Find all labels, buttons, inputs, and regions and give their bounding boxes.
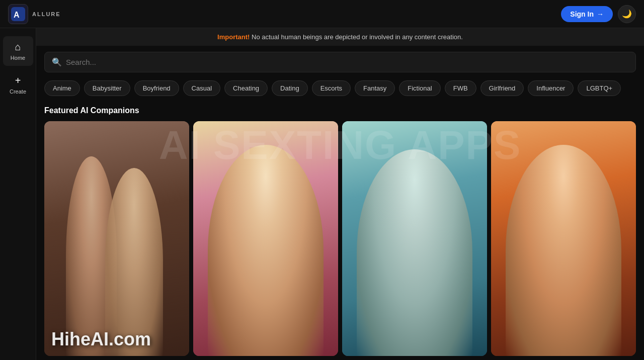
search-bar: 🔍 <box>44 52 636 72</box>
featured-title: Featured AI Companions <box>44 106 636 115</box>
tag-boyfriend[interactable]: Boyfriend <box>134 80 179 96</box>
top-navigation: A ALLURE Sign In → 🌙 <box>0 0 644 28</box>
plus-icon: + <box>15 75 21 86</box>
signin-arrow-icon: → <box>597 10 604 18</box>
tag-dating[interactable]: Dating <box>272 80 308 96</box>
sidebar-item-home[interactable]: ⌂ Home <box>3 36 33 66</box>
tag-fantasy[interactable]: Fantasy <box>355 80 395 96</box>
svg-text:A: A <box>14 11 20 19</box>
cards-grid <box>44 121 636 356</box>
nav-right: Sign In → 🌙 <box>561 5 636 23</box>
tag-anime[interactable]: Anime <box>44 80 80 96</box>
tags-row: Anime Babysitter Boyfriend Casual Cheati… <box>36 76 644 102</box>
tag-cheating[interactable]: Cheating <box>224 80 268 96</box>
tag-girlfriend[interactable]: Girlfriend <box>480 80 524 96</box>
logo-container: A ALLURE <box>8 4 61 24</box>
tag-fictional[interactable]: Fictional <box>399 80 440 96</box>
companion-card-3[interactable] <box>342 121 487 356</box>
companion-card-1[interactable] <box>44 121 189 356</box>
search-icon: 🔍 <box>52 57 62 67</box>
tag-lgbtq[interactable]: LGBTQ+ <box>578 80 621 96</box>
important-banner: Important! No actual human beings are de… <box>36 28 644 46</box>
tag-escorts[interactable]: Escorts <box>312 80 351 96</box>
banner-important-label: Important! <box>217 33 250 41</box>
featured-section: Featured AI Companions AI SEXTING APPS H… <box>36 102 644 360</box>
moon-icon: 🌙 <box>622 9 632 19</box>
search-container: 🔍 <box>36 46 644 76</box>
content-area: Important! No actual human beings are de… <box>36 28 644 360</box>
search-input[interactable] <box>66 58 628 66</box>
tag-babysitter[interactable]: Babysitter <box>84 80 130 96</box>
sidebar-home-label: Home <box>11 55 25 61</box>
logo-icon: A <box>11 7 25 21</box>
tag-casual[interactable]: Casual <box>183 80 220 96</box>
companion-card-2[interactable] <box>193 121 338 356</box>
tag-influencer[interactable]: Influencer <box>528 80 574 96</box>
companion-card-4[interactable] <box>491 121 636 356</box>
signin-label: Sign In <box>570 10 594 18</box>
banner-message: No actual human beings are depicted or i… <box>252 33 463 41</box>
signin-button[interactable]: Sign In → <box>561 6 613 22</box>
sidebar-item-create[interactable]: + Create <box>3 70 33 100</box>
watermark: HiheAI.com <box>51 329 151 350</box>
theme-toggle-button[interactable]: 🌙 <box>618 5 636 23</box>
logo-box: A <box>8 4 28 24</box>
logo-text: ALLURE <box>32 11 61 17</box>
home-icon: ⌂ <box>15 41 21 53</box>
tag-fwb[interactable]: FWB <box>445 80 476 96</box>
main-layout: ⌂ Home + Create Important! No actual hum… <box>0 28 644 360</box>
sidebar: ⌂ Home + Create <box>0 28 36 360</box>
sidebar-create-label: Create <box>10 88 26 95</box>
